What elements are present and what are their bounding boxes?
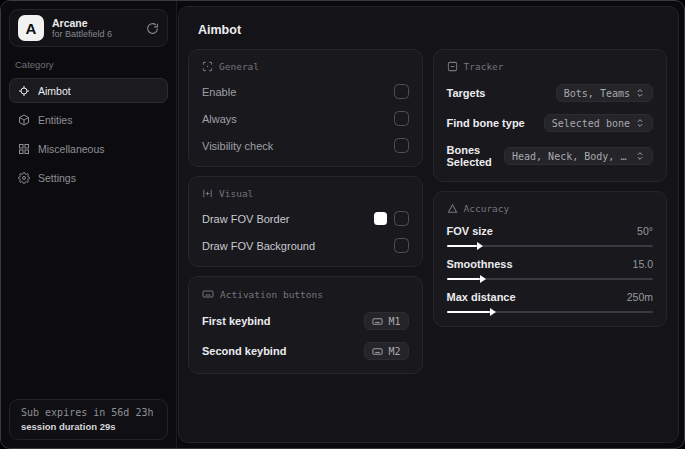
setting-label: Targets — [447, 87, 486, 99]
app-title: Arcane — [52, 17, 138, 29]
setting-label: First keybind — [202, 315, 270, 327]
select-value: Selected bone — [552, 118, 630, 129]
setting-row: Always — [202, 111, 409, 126]
slider-fill — [447, 245, 478, 247]
sidebar-item-settings[interactable]: Settings — [9, 165, 168, 190]
chevrons-up-down-icon — [635, 88, 645, 98]
smoothness-slider[interactable] — [447, 278, 654, 280]
gear-icon — [18, 172, 30, 184]
setting-row: Visibility check — [202, 138, 409, 153]
setting-label: Always — [202, 113, 237, 125]
tracker-card-header: Tracker — [447, 61, 654, 72]
activation-card: Activation buttons First keybind M1 — [188, 276, 423, 374]
setting-label: Second keybind — [202, 345, 286, 357]
second-keybind-button[interactable]: M2 — [364, 342, 408, 360]
cube-icon — [18, 114, 30, 126]
crosshair-icon — [18, 85, 30, 97]
targets-select[interactable]: Bots, Teams — [556, 84, 653, 102]
setting-label: Find bone type — [447, 117, 525, 129]
setting-row: Enable — [202, 84, 409, 99]
slider-fill — [447, 311, 490, 313]
sidebar: A Arcane for Battlefield 6 Category Aimb… — [1, 1, 177, 448]
smoothness-slider-group: Smoothness 15.0 — [447, 258, 654, 280]
category-label: Category — [15, 59, 164, 70]
app-subtitle: for Battlefield 6 — [52, 29, 138, 39]
max-distance-slider-group: Max distance 250m — [447, 291, 654, 313]
max-distance-slider[interactable] — [447, 311, 654, 313]
fov-border-color-swatch[interactable] — [374, 212, 387, 225]
fov-border-controls — [374, 211, 409, 226]
chevrons-up-down-icon — [635, 118, 645, 128]
sidebar-item-label: Aimbot — [38, 85, 71, 97]
grid-icon — [18, 143, 30, 155]
setting-row: Second keybind M2 — [202, 342, 409, 360]
keybind-value: M2 — [388, 346, 400, 357]
sidebar-item-miscellaneous[interactable]: Miscellaneous — [9, 136, 168, 161]
first-keybind-button[interactable]: M1 — [364, 312, 408, 330]
card-title: Accuracy — [464, 203, 510, 214]
keyboard-icon — [372, 346, 383, 357]
content-columns: General Enable Always Visibility check — [179, 49, 678, 374]
brand-card: A Arcane for Battlefield 6 — [9, 9, 168, 47]
sidebar-item-aimbot[interactable]: Aimbot — [9, 78, 168, 103]
visual-card: Visual Draw FOV Border Draw FOV Backgrou… — [188, 176, 423, 267]
setting-label: Draw FOV Border — [202, 213, 289, 225]
setting-row: First keybind M1 — [202, 312, 409, 330]
card-title: General — [219, 61, 259, 72]
sidebar-item-label: Miscellaneous — [38, 143, 105, 155]
find-bone-type-select[interactable]: Selected bone — [544, 114, 653, 132]
general-card: General Enable Always Visibility check — [188, 49, 423, 167]
fov-size-slider-group: FOV size 50° — [447, 225, 654, 247]
select-value: Bots, Teams — [564, 88, 630, 99]
setting-label: Draw FOV Background — [202, 240, 315, 252]
refresh-icon[interactable] — [146, 22, 159, 35]
fov-border-checkbox[interactable] — [394, 211, 409, 226]
card-title: Tracker — [464, 61, 504, 72]
setting-row: Targets Bots, Teams — [447, 84, 654, 102]
card-title: Activation buttons — [220, 289, 323, 300]
setting-label: Bones Selected — [447, 144, 505, 168]
app-logo: A — [18, 15, 44, 41]
setting-label: Enable — [202, 86, 236, 98]
page-title: Aimbot — [179, 7, 678, 49]
visibility-check-checkbox[interactable] — [394, 138, 409, 153]
general-card-header: General — [202, 61, 409, 72]
sub-expires-text: Sub expires in 56d 23h — [21, 407, 156, 418]
fov-size-slider[interactable] — [447, 245, 654, 247]
frame-minus-icon — [447, 61, 458, 72]
setting-row: Draw FOV Border — [202, 211, 409, 226]
always-checkbox[interactable] — [394, 111, 409, 126]
slider-fill — [447, 278, 480, 280]
slider-value: 250m — [627, 291, 653, 303]
visual-card-header: Visual — [202, 188, 409, 199]
activation-card-header: Activation buttons — [202, 288, 409, 300]
enable-checkbox[interactable] — [394, 84, 409, 99]
slider-value: 15.0 — [633, 258, 653, 270]
select-value: Head, Neck, Body, Pe.. — [512, 151, 630, 162]
sidebar-item-label: Entities — [38, 114, 72, 126]
brand-text: Arcane for Battlefield 6 — [52, 17, 138, 39]
slider-label: FOV size — [447, 225, 493, 237]
sidebar-item-entities[interactable]: Entities — [9, 107, 168, 132]
setting-row: Bones Selected Head, Neck, Body, Pe.. — [447, 144, 654, 168]
keyboard-icon — [372, 316, 383, 327]
main-panel: Aimbot General — [178, 6, 679, 443]
bones-selected-select[interactable]: Head, Neck, Body, Pe.. — [504, 147, 653, 165]
keybind-value: M1 — [388, 316, 400, 327]
sidebar-nav: Aimbot Entities Miscellaneous — [1, 78, 176, 190]
slider-label: Smoothness — [447, 258, 513, 270]
app-window: A Arcane for Battlefield 6 Category Aimb… — [0, 0, 685, 449]
setting-row: Find bone type Selected bone — [447, 114, 654, 132]
subscription-info-card: Sub expires in 56d 23h session duration … — [9, 399, 168, 440]
accuracy-card-header: Accuracy — [447, 203, 654, 214]
setting-label: Visibility check — [202, 140, 273, 152]
keyboard-icon — [202, 288, 214, 300]
fov-background-checkbox[interactable] — [394, 238, 409, 253]
triangle-icon — [447, 203, 458, 214]
focus-icon — [202, 188, 213, 199]
card-title: Visual — [219, 188, 253, 199]
slider-label: Max distance — [447, 291, 516, 303]
left-column: General Enable Always Visibility check — [188, 49, 423, 374]
session-duration-text: session duration 29s — [21, 421, 156, 432]
right-column: Tracker Targets Bots, Teams — [433, 49, 668, 327]
